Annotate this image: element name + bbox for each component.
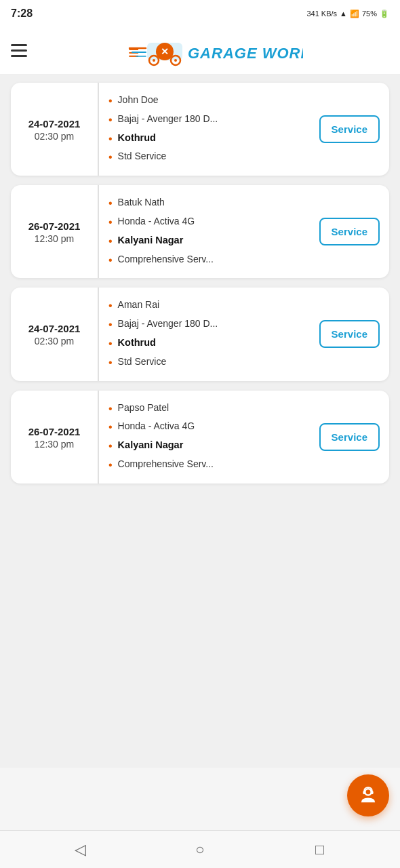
home-button[interactable]: ○ bbox=[185, 835, 215, 865]
card-action-1: Service bbox=[310, 83, 389, 176]
svg-text:✕: ✕ bbox=[161, 46, 169, 57]
card-service-row-4: • Comprehensive Serv... bbox=[108, 458, 300, 473]
card-vehicle-1: Bajaj - Avenger 180 D... bbox=[118, 113, 218, 125]
svg-point-7 bbox=[174, 59, 177, 62]
service-button-2[interactable]: Service bbox=[319, 218, 380, 245]
card-time-text-1: 02:30 pm bbox=[35, 131, 74, 142]
svg-rect-15 bbox=[371, 791, 373, 794]
card-time-text-2: 12:30 pm bbox=[35, 233, 74, 244]
card-service-type-3: Std Service bbox=[118, 355, 167, 368]
bullet-vehicle-2: • bbox=[108, 216, 113, 230]
card-service-type-2: Comprehensive Serv... bbox=[118, 253, 214, 265]
bullet-service-3: • bbox=[108, 356, 113, 370]
card-location-3: Kothrud bbox=[118, 336, 156, 349]
signal-icon: 📶 bbox=[350, 9, 359, 18]
bullet-location-1: • bbox=[108, 132, 113, 146]
bullet-vehicle-3: • bbox=[108, 318, 113, 332]
support-fab[interactable] bbox=[347, 774, 389, 816]
fab-container bbox=[0, 768, 400, 830]
card-name-row-1: • John Doe bbox=[108, 94, 300, 108]
card-date-1: 24-07-2021 02:30 pm bbox=[11, 83, 99, 176]
card-service-row-1: • Std Service bbox=[108, 150, 300, 165]
card-date-text-2: 26-07-2021 bbox=[28, 219, 81, 233]
card-info-3: • Aman Rai • Bajaj - Avenger 180 D... • … bbox=[99, 288, 310, 380]
card-info-4: • Papso Patel • Honda - Activa 4G • Kaly… bbox=[99, 391, 310, 484]
bullet-vehicle-4: • bbox=[108, 420, 113, 435]
bullet-service-1: • bbox=[108, 151, 113, 165]
service-button-4[interactable]: Service bbox=[319, 423, 380, 451]
wifi-icon: ▲ bbox=[340, 9, 347, 18]
bullet-location-4: • bbox=[108, 439, 113, 454]
battery-icon: 75% bbox=[362, 9, 377, 18]
service-card-2: 26-07-2021 12:30 pm • Batuk Nath • Honda… bbox=[11, 185, 389, 278]
card-name-row-3: • Aman Rai bbox=[108, 298, 300, 313]
card-vehicle-4: Honda - Activa 4G bbox=[118, 420, 195, 432]
bullet-vehicle-1: • bbox=[108, 113, 113, 127]
bullet-name-2: • bbox=[108, 197, 113, 211]
support-icon bbox=[357, 784, 380, 807]
card-location-row-3: • Kothrud bbox=[108, 336, 300, 351]
card-info-2: • Batuk Nath • Honda - Activa 4G • Kalya… bbox=[99, 185, 310, 278]
card-action-4: Service bbox=[310, 391, 389, 484]
card-vehicle-2: Honda - Activa 4G bbox=[118, 215, 195, 227]
card-time-text-4: 12:30 pm bbox=[35, 439, 74, 450]
card-service-row-2: • Comprehensive Serv... bbox=[108, 253, 300, 268]
card-name-2: Batuk Nath bbox=[118, 196, 165, 208]
status-time: 7:28 bbox=[11, 7, 33, 20]
hamburger-menu[interactable] bbox=[11, 44, 27, 57]
card-date-3: 24-07-2021 02:30 pm bbox=[11, 288, 99, 380]
card-location-2: Kalyani Nagar bbox=[118, 234, 184, 247]
card-date-text-3: 24-07-2021 bbox=[28, 321, 81, 336]
card-name-1: John Doe bbox=[118, 94, 159, 106]
status-bar: 7:28 341 KB/s ▲ 📶 75% 🔋 bbox=[0, 0, 400, 27]
bottom-nav: ◁ ○ □ bbox=[0, 830, 400, 868]
svg-point-5 bbox=[153, 59, 155, 62]
service-button-1[interactable]: Service bbox=[319, 115, 380, 143]
card-vehicle-row-1: • Bajaj - Avenger 180 D... bbox=[108, 113, 300, 127]
card-vehicle-row-2: • Honda - Activa 4G bbox=[108, 215, 300, 230]
card-name-4: Papso Patel bbox=[118, 401, 169, 414]
service-button-3[interactable]: Service bbox=[319, 320, 380, 348]
card-name-row-4: • Papso Patel bbox=[108, 401, 300, 416]
bullet-name-4: • bbox=[108, 402, 113, 416]
network-speed: 341 KB/s bbox=[306, 9, 337, 18]
battery-visual: 🔋 bbox=[380, 9, 389, 18]
service-card-1: 24-07-2021 02:30 pm • John Doe • Bajaj -… bbox=[11, 83, 389, 176]
bullet-service-2: • bbox=[108, 254, 113, 268]
card-date-4: 26-07-2021 12:30 pm bbox=[11, 391, 99, 484]
card-vehicle-3: Bajaj - Avenger 180 D... bbox=[118, 317, 218, 330]
header: ≡ ✕ GARAGE WORKS bbox=[0, 27, 400, 75]
card-location-row-2: • Kalyani Nagar bbox=[108, 234, 300, 249]
card-service-row-3: • Std Service bbox=[108, 355, 300, 370]
card-location-row-1: • Kothrud bbox=[108, 132, 300, 146]
svg-point-13 bbox=[366, 790, 371, 795]
card-location-4: Kalyani Nagar bbox=[118, 439, 184, 452]
card-vehicle-row-4: • Honda - Activa 4G bbox=[108, 420, 300, 435]
svg-text:GARAGE WORKS: GARAGE WORKS bbox=[188, 45, 303, 62]
recent-button[interactable]: □ bbox=[305, 835, 335, 865]
svg-rect-14 bbox=[363, 791, 365, 794]
content-area: 24-07-2021 02:30 pm • John Doe • Bajaj -… bbox=[0, 75, 400, 768]
bullet-name-1: • bbox=[108, 94, 113, 108]
card-action-3: Service bbox=[310, 288, 389, 380]
logo-container: ≡ ✕ GARAGE WORKS bbox=[41, 33, 389, 68]
card-date-text-1: 24-07-2021 bbox=[28, 117, 81, 131]
back-button[interactable]: ◁ bbox=[65, 835, 95, 865]
bullet-name-3: • bbox=[108, 299, 113, 313]
status-icons: 341 KB/s ▲ 📶 75% 🔋 bbox=[306, 9, 389, 18]
card-name-3: Aman Rai bbox=[118, 298, 159, 311]
service-card-4: 26-07-2021 12:30 pm • Papso Patel • Hond… bbox=[11, 391, 389, 484]
card-vehicle-row-3: • Bajaj - Avenger 180 D... bbox=[108, 317, 300, 332]
card-service-type-1: Std Service bbox=[118, 150, 167, 162]
bullet-location-3: • bbox=[108, 337, 113, 351]
bullet-location-2: • bbox=[108, 235, 113, 249]
card-name-row-2: • Batuk Nath bbox=[108, 196, 300, 211]
card-info-1: • John Doe • Bajaj - Avenger 180 D... • … bbox=[99, 83, 310, 176]
logo-svg: ≡ ✕ GARAGE WORKS bbox=[127, 33, 303, 68]
card-time-text-3: 02:30 pm bbox=[35, 336, 74, 347]
card-date-text-4: 26-07-2021 bbox=[28, 425, 81, 439]
bullet-service-4: • bbox=[108, 458, 113, 473]
card-service-type-4: Comprehensive Serv... bbox=[118, 458, 214, 470]
card-date-2: 26-07-2021 12:30 pm bbox=[11, 185, 99, 278]
card-action-2: Service bbox=[310, 185, 389, 278]
